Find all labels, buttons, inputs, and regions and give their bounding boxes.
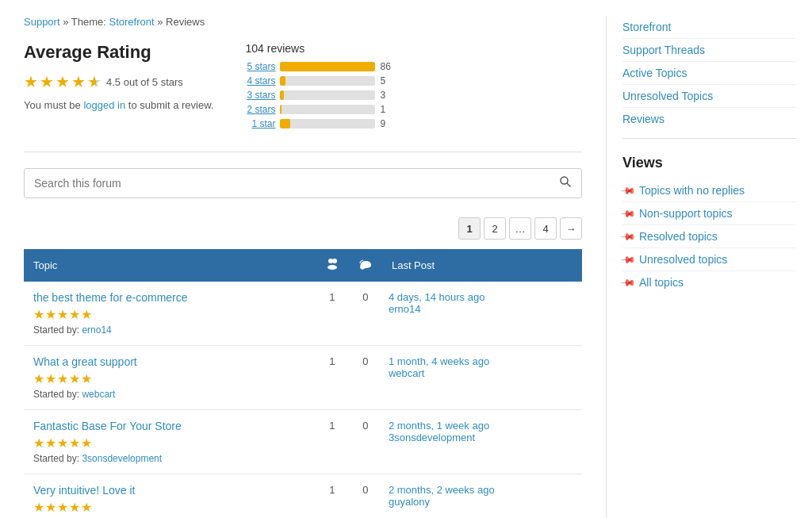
topic-author-2[interactable]: 3sonsdevelopment	[82, 453, 162, 464]
bar-count-1: 9	[380, 118, 396, 129]
topic-author-1[interactable]: webcart	[82, 389, 115, 400]
voices-cell-1: 0	[349, 346, 382, 410]
page-btn-2[interactable]: 2	[484, 217, 506, 240]
search-button[interactable]	[550, 169, 581, 198]
bar-label-4[interactable]: 4 stars	[245, 75, 275, 86]
topic-meta-2: Started by: 3sonsdevelopment	[33, 453, 306, 464]
breadcrumb-theme: Theme:	[71, 16, 109, 28]
last-post-time-2[interactable]: 2 months, 1 week ago	[389, 420, 576, 432]
sidebar-view-item-1[interactable]: 📌Non-support topics	[622, 202, 796, 225]
sidebar-view-item-0[interactable]: 📌Topics with no replies	[622, 179, 796, 202]
sidebar-nav-item-4[interactable]: Reviews	[622, 108, 796, 130]
started-by-label-2: Started by:	[33, 453, 82, 464]
breadcrumb-sep1: »	[63, 16, 71, 28]
col-voices	[349, 249, 382, 282]
last-post-author-1[interactable]: webcart	[389, 367, 425, 379]
table-row: Fantastic Base For Your Store ★★★★★ Star…	[24, 410, 582, 474]
bar-label-1[interactable]: 1 star	[245, 118, 275, 129]
last-post-time-3[interactable]: 2 months, 2 weeks ago	[389, 484, 576, 496]
topic-title-1[interactable]: What a great support	[33, 355, 306, 368]
bar-track-2	[280, 105, 375, 114]
sidebar-nav: StorefrontSupport ThreadsActive TopicsUn…	[622, 16, 796, 139]
replies-cell-0: 1	[316, 282, 349, 346]
breadcrumb-support[interactable]: Support	[24, 16, 60, 28]
search-box	[24, 168, 582, 198]
last-post-time-0[interactable]: 4 days, 14 hours ago	[389, 291, 576, 303]
sidebar-nav-item-2[interactable]: Active Topics	[622, 62, 796, 85]
topic-author-0[interactable]: erno14	[82, 324, 111, 336]
pin-icon-0: 📌	[620, 182, 637, 199]
topic-star: ★	[69, 500, 80, 515]
topic-stars-0: ★★★★★	[33, 307, 306, 322]
last-post-time-1[interactable]: 1 month, 4 weeks ago	[389, 355, 576, 367]
sidebar-view-label-2: Resolved topics	[639, 230, 718, 243]
last-post-header-label: Last Post	[392, 259, 435, 271]
topic-star: ★	[81, 436, 92, 451]
table-row: the best theme for e-commerce ★★★★★ Star…	[24, 282, 582, 346]
topic-star: ★	[33, 371, 44, 386]
divider-1	[24, 152, 582, 152]
last-post-author-2[interactable]: 3sonsdevelopment	[389, 432, 475, 443]
page-btn-ellipsis[interactable]: …	[509, 217, 531, 240]
stars-row: ★ ★ ★ ★ ★ 4.5 out of 5 stars	[24, 72, 213, 91]
topic-cell-2: Fantastic Base For Your Store ★★★★★ Star…	[24, 410, 316, 474]
sidebar-view-item-3[interactable]: 📌Unresolved topics	[622, 248, 796, 271]
bar-count-5: 86	[380, 61, 396, 72]
topic-stars-3: ★★★★★	[33, 500, 306, 515]
breadcrumb: Support » Theme: Storefront » Reviews	[24, 16, 582, 28]
last-post-author-0[interactable]: erno14	[389, 303, 420, 315]
topic-title-2[interactable]: Fantastic Base For Your Store	[33, 420, 306, 432]
login-link[interactable]: logged in	[83, 99, 125, 111]
voices-cell-3: 0	[349, 474, 382, 519]
svg-line-1	[567, 183, 570, 186]
started-by-label-1: Started by:	[33, 389, 82, 400]
sidebar-nav-item-1[interactable]: Support Threads	[622, 39, 796, 62]
replies-cell-1: 1	[316, 346, 349, 410]
topic-cell-0: the best theme for e-commerce ★★★★★ Star…	[24, 282, 316, 346]
page-btn-4[interactable]: 4	[534, 217, 557, 240]
pin-icon-4: 📌	[620, 274, 637, 291]
topic-star: ★	[81, 500, 92, 515]
sidebar-nav-item-3[interactable]: Unresolved Topics	[622, 85, 796, 108]
bar-track-3	[280, 90, 375, 100]
topic-star: ★	[45, 500, 56, 515]
breadcrumb-storefront[interactable]: Storefront	[109, 16, 154, 28]
topic-meta-0: Started by: erno14	[33, 324, 306, 336]
topic-star: ★	[33, 307, 44, 322]
started-by-label-0: Started by:	[33, 324, 82, 336]
search-input[interactable]	[25, 169, 550, 198]
bar-row-3: 3 stars 3	[245, 90, 419, 101]
last-post-cell-0: 4 days, 14 hours ago erno14	[382, 282, 582, 346]
star-3: ★	[56, 72, 70, 91]
star-1: ★	[24, 72, 38, 91]
sidebar-view-label-0: Topics with no replies	[639, 184, 745, 197]
bar-row-1: 1 star 9	[245, 118, 419, 129]
rating-bars: 104 reviews 5 stars 86 4 stars 5 3	[245, 42, 419, 132]
pin-icon-3: 📌	[620, 251, 637, 268]
topic-star: ★	[33, 500, 44, 515]
col-last-post: Last Post	[382, 249, 582, 282]
bar-label-2[interactable]: 2 stars	[245, 104, 275, 115]
sidebar-views: 📌Topics with no replies📌Non-support topi…	[622, 179, 796, 294]
topic-title-3[interactable]: Very intuitive! Love it	[33, 484, 306, 497]
last-post-author-3[interactable]: guyalony	[389, 496, 430, 508]
replies-icon	[325, 262, 339, 274]
svg-point-4	[327, 265, 337, 270]
page-btn-next[interactable]: →	[560, 217, 582, 240]
last-post-cell-2: 2 months, 1 week ago 3sonsdevelopment	[382, 410, 582, 474]
bar-label-3[interactable]: 3 stars	[245, 90, 275, 101]
bar-label-5[interactable]: 5 stars	[245, 61, 275, 72]
svg-point-3	[332, 259, 337, 263]
page-btn-1[interactable]: 1	[458, 217, 481, 240]
table-row: What a great support ★★★★★ Started by: w…	[24, 346, 582, 410]
topic-stars-1: ★★★★★	[33, 371, 306, 386]
table-row: Very intuitive! Love it ★★★★★ Started by…	[24, 474, 582, 519]
topic-title-0[interactable]: the best theme for e-commerce	[33, 291, 306, 304]
sidebar-view-item-2[interactable]: 📌Resolved topics	[622, 225, 796, 248]
stars-display: ★ ★ ★ ★ ★	[24, 72, 102, 91]
topic-star: ★	[33, 436, 44, 451]
bar-count-2: 1	[380, 104, 396, 115]
sidebar-nav-item-0[interactable]: Storefront	[622, 16, 796, 39]
sidebar-view-item-4[interactable]: 📌All topics	[622, 271, 796, 294]
pagination: 1 2 … 4 →	[24, 217, 582, 240]
